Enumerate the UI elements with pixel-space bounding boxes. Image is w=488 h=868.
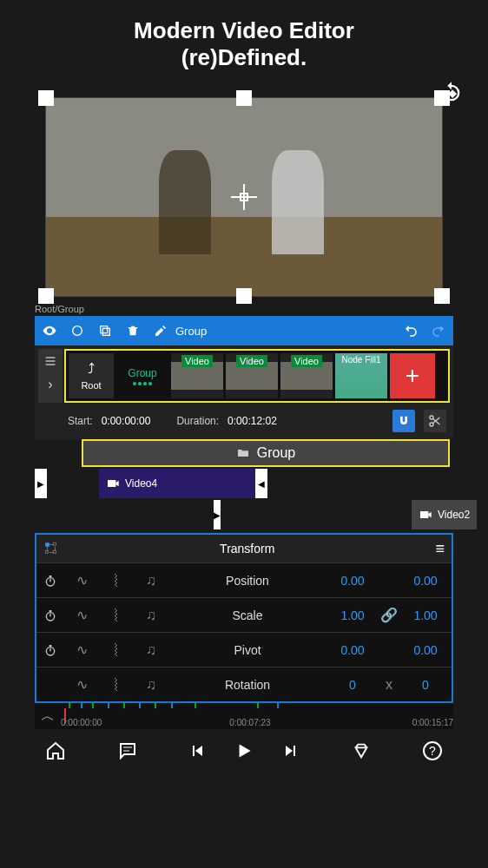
clip-handle-left[interactable]: ▶	[35, 469, 47, 498]
track-video2: ▶ Video2	[35, 500, 453, 529]
timeline-marks	[61, 703, 453, 710]
play-icon[interactable]	[230, 737, 258, 765]
position-y[interactable]: 0.00	[399, 574, 452, 588]
duration-label: Duration:	[176, 415, 219, 427]
transform-row-rotation: ∿ ⦚ ♫ Rotation 0 x 0	[36, 667, 452, 701]
rotate-handle[interactable]	[439, 81, 464, 105]
preview-canvas[interactable]	[45, 97, 443, 297]
chat-icon[interactable]	[114, 737, 142, 765]
hamburger-icon[interactable]: ≡	[435, 540, 445, 558]
scale-y[interactable]: 1.00	[399, 608, 452, 622]
undo-icon[interactable]	[403, 323, 419, 339]
group-chip-label: Group	[128, 367, 156, 379]
shake-icon[interactable]: ⦚	[99, 573, 134, 589]
circle-icon[interactable]	[69, 323, 85, 339]
diamond-icon[interactable]	[347, 737, 375, 765]
pivot-y[interactable]: 0.00	[399, 643, 452, 657]
stopwatch-icon[interactable]	[36, 643, 64, 657]
help-icon[interactable]: ?	[419, 737, 446, 765]
selection-handle-bl[interactable]	[38, 288, 54, 304]
timeline-t0: 0:00:00:00	[61, 718, 102, 727]
scissors-button[interactable]	[424, 410, 446, 432]
node-chip[interactable]: Node Fill1	[335, 353, 387, 398]
pivot-label: Pivot	[168, 643, 326, 657]
graph-icon[interactable]: ∿	[64, 676, 99, 693]
trash-icon[interactable]	[125, 323, 141, 339]
stopwatch-icon[interactable]	[36, 608, 64, 622]
chevron-right-icon[interactable]: ›	[48, 377, 52, 392]
svg-rect-3	[102, 328, 109, 335]
clip-video2-label: Video2	[438, 509, 470, 521]
start-value[interactable]: 0:00:00:00	[102, 415, 151, 427]
shake-icon[interactable]: ⦚	[99, 677, 134, 693]
folder-icon	[236, 446, 250, 460]
clip-video4-label: Video4	[125, 477, 157, 490]
music-icon[interactable]: ♫	[134, 573, 168, 589]
selection-handle-t[interactable]	[236, 90, 252, 106]
video-chip-2[interactable]: Video	[226, 353, 278, 398]
clip-video4[interactable]: Video4	[99, 469, 255, 498]
selection-handle-br[interactable]	[434, 288, 450, 304]
svg-rect-4	[46, 357, 56, 358]
shake-icon[interactable]: ⦚	[99, 642, 134, 658]
root-chip[interactable]: ⤴ Root	[69, 353, 114, 398]
svg-rect-26	[193, 746, 195, 756]
home-icon[interactable]	[42, 737, 69, 765]
shake-icon[interactable]: ⦚	[99, 608, 134, 623]
rotation-label: Rotation	[168, 678, 326, 692]
track-video4: ▶ Video4 ◀	[35, 469, 453, 498]
root-label: Root	[81, 380, 101, 391]
center-target-icon[interactable]	[231, 184, 257, 210]
music-icon[interactable]: ♫	[134, 608, 168, 623]
magnet-button[interactable]	[392, 410, 415, 432]
panel-tab-icon[interactable]	[43, 354, 57, 368]
selection-handle-b[interactable]	[236, 288, 252, 304]
breadcrumb: Root/Group	[35, 304, 453, 314]
rotation-a[interactable]: 0	[326, 678, 379, 692]
redo-icon[interactable]	[431, 323, 446, 339]
step-forward-icon[interactable]	[275, 737, 303, 765]
rotation-b[interactable]: 0	[399, 678, 452, 692]
visibility-icon[interactable]	[42, 323, 57, 339]
timeline-tracks: Group ▶ Video4 ◀ ▶ Video2	[35, 439, 453, 529]
svg-rect-12	[53, 542, 56, 545]
chevron-up-icon[interactable]: ︿	[35, 707, 61, 726]
timeline-ruler[interactable]: ︿ 0:00:00:00 0:00:07:23 0:00:15:17	[35, 703, 453, 729]
stopwatch-icon[interactable]	[36, 574, 64, 588]
toolbar-label: Group	[175, 325, 391, 338]
svg-rect-10	[420, 511, 428, 518]
group-track[interactable]: Group	[82, 439, 450, 467]
clip-handle-left[interactable]: ▶	[214, 500, 221, 529]
svg-rect-13	[45, 550, 48, 553]
selection-handle-tl[interactable]	[38, 90, 54, 106]
promo-subtitle: (re)Defined.	[0, 44, 488, 71]
transform-row-pivot: ∿ ⦚ ♫ Pivot 0.00 0.00	[36, 632, 452, 667]
clip-handle-right[interactable]: ◀	[255, 469, 267, 498]
duplicate-icon[interactable]	[97, 323, 113, 339]
rotation-sep: x	[379, 677, 399, 693]
step-back-icon[interactable]	[185, 737, 213, 765]
preview-subject-1	[159, 150, 211, 254]
pivot-x[interactable]: 0.00	[326, 643, 379, 657]
graph-icon[interactable]: ∿	[64, 641, 99, 658]
music-icon[interactable]: ♫	[134, 677, 168, 693]
add-layer-button[interactable]: +	[390, 353, 435, 398]
clip-icon	[106, 477, 120, 490]
group-chip[interactable]: Group	[116, 353, 168, 398]
video-chip-3[interactable]: Video	[280, 353, 333, 398]
duration-value[interactable]: 0:00:12:02	[228, 415, 277, 427]
svg-rect-6	[46, 364, 56, 365]
graph-icon[interactable]: ∿	[64, 572, 99, 589]
pencil-icon[interactable]	[153, 323, 168, 339]
scale-x[interactable]: 1.00	[326, 608, 379, 622]
svg-rect-16	[49, 575, 52, 577]
clip-video2[interactable]: Video2	[412, 500, 477, 529]
link-icon[interactable]: 🔗	[379, 607, 399, 623]
video-chip-1[interactable]: Video	[171, 353, 223, 398]
scale-label: Scale	[168, 608, 326, 622]
music-icon[interactable]: ♫	[134, 642, 168, 658]
transform-anchor-icon[interactable]	[43, 541, 59, 556]
graph-icon[interactable]: ∿	[64, 607, 99, 623]
position-x[interactable]: 0.00	[326, 574, 379, 588]
bottom-nav: ?	[35, 729, 453, 773]
